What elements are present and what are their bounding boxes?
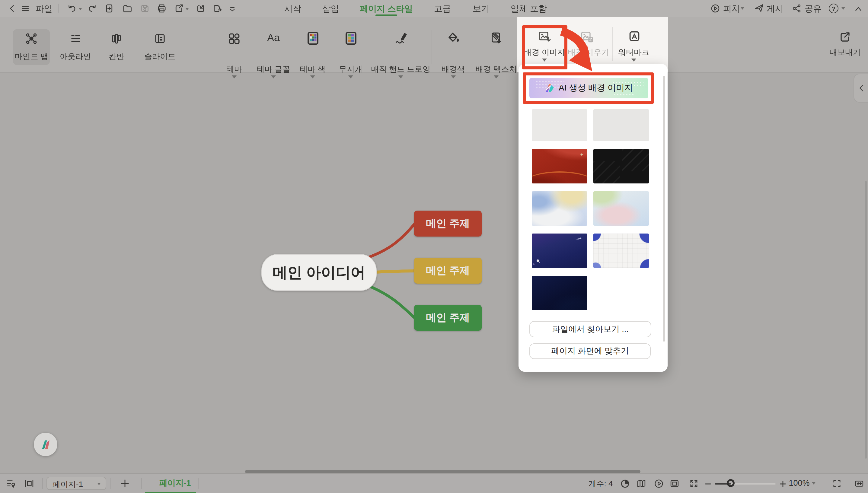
magic-hand-drawing-label[interactable]: 매직 핸드 드로잉 — [371, 64, 430, 75]
theme-color-label[interactable]: 테마 색 — [300, 64, 325, 75]
main-topic-node-1[interactable]: 메인 주제 — [414, 211, 482, 237]
magic-hand-drawing-dropdown-icon[interactable] — [398, 76, 403, 79]
export-label[interactable]: 내보내기 — [829, 47, 861, 58]
side-panel-collapse-tab[interactable] — [853, 73, 868, 103]
open-folder-icon[interactable] — [123, 4, 132, 13]
zoom-dropdown-icon[interactable] — [812, 482, 816, 484]
pitch-dropdown-icon[interactable] — [741, 7, 744, 10]
fit-width-icon[interactable] — [854, 478, 864, 489]
status-bar: 페이지-1 페이지-1 개수: 4 100% — [0, 473, 868, 493]
zoom-out-icon[interactable] — [704, 480, 712, 488]
magic-hand-drawing-icon — [394, 31, 407, 45]
publish-icon[interactable] — [754, 3, 764, 13]
zoom-level[interactable]: 100% — [789, 478, 809, 488]
fit-to-page-button[interactable]: 페이지 화면에 맞추기 — [529, 343, 651, 359]
rainbow-dropdown-icon[interactable] — [348, 76, 353, 79]
app-logo[interactable] — [34, 433, 57, 456]
fit-selection-icon[interactable] — [670, 478, 680, 489]
page-selector-dropdown[interactable]: 페이지-1 — [46, 477, 106, 490]
page-frame-icon[interactable] — [24, 478, 35, 489]
tab-start[interactable]: 시작 — [284, 4, 301, 15]
bg-thumbnail-black-diagonal[interactable] — [593, 149, 649, 184]
zoom-slider-handle[interactable] — [727, 479, 735, 487]
undo-dropdown-icon[interactable] — [79, 8, 82, 10]
save-icon[interactable] — [140, 4, 150, 13]
watermark-label[interactable]: 워터마크 — [618, 47, 650, 58]
background-clear-label: 배경 지우기 — [568, 47, 609, 58]
bg-thumbnail-paper-white[interactable] — [532, 109, 587, 141]
tab-insert[interactable]: 삽입 — [322, 4, 339, 15]
panel-scrollbar[interactable] — [662, 76, 665, 342]
tab-advanced[interactable]: 고급 — [434, 4, 451, 15]
map-navigator-icon[interactable] — [636, 478, 647, 489]
help-icon[interactable]: ? — [829, 4, 839, 13]
undo-icon[interactable] — [67, 4, 77, 13]
pie-stats-icon[interactable] — [620, 478, 630, 489]
zoom-in-icon[interactable] — [779, 480, 787, 488]
page-tab-underline — [145, 492, 196, 493]
vertical-scrollbar[interactable] — [865, 181, 867, 458]
print-icon[interactable] — [157, 4, 167, 13]
tab-page-style[interactable]: 페이지 스타일 — [360, 4, 413, 15]
share-file-icon[interactable] — [174, 4, 184, 13]
background-texture-label[interactable]: 배경 텍스처 — [475, 64, 517, 75]
outline-overview-icon[interactable] — [6, 478, 16, 489]
bg-thumbnail-red-silk[interactable]: ✦ — [532, 149, 587, 184]
redo-icon[interactable] — [87, 4, 97, 13]
help-dropdown-icon[interactable] — [842, 7, 845, 10]
theme-label[interactable]: 테마 — [226, 64, 242, 75]
page-selector-label: 페이지-1 — [52, 479, 83, 490]
publish-label[interactable]: 게시 — [767, 4, 783, 15]
central-topic-node[interactable]: 메인 아이디어 — [261, 254, 377, 291]
import-icon[interactable] — [195, 4, 205, 13]
fullscreen-icon[interactable] — [832, 478, 842, 489]
theme-dropdown-icon[interactable] — [232, 76, 237, 79]
theme-font-label[interactable]: 테마 글꼴 — [256, 64, 290, 75]
pitch-label[interactable]: 피치 — [723, 4, 740, 15]
add-page-icon[interactable] — [120, 478, 130, 488]
horizontal-scrollbar[interactable] — [245, 470, 640, 473]
background-color-dropdown-icon[interactable] — [451, 76, 456, 79]
presentation-play-icon[interactable] — [654, 478, 664, 489]
theme-font-dropdown-icon[interactable] — [271, 76, 276, 79]
share-label[interactable]: 공유 — [805, 4, 822, 15]
pitch-play-icon[interactable] — [711, 4, 720, 13]
main-topic-node-2[interactable]: 메인 주제 — [414, 258, 482, 284]
file-menu[interactable]: 파일 — [36, 4, 52, 15]
page-tab-active[interactable]: 페이지-1 — [159, 478, 191, 489]
back-icon[interactable] — [8, 4, 16, 13]
zoom-slider-track-right[interactable] — [731, 483, 776, 484]
watermark-dropdown-icon[interactable] — [631, 59, 636, 62]
ribbon-toolbar: 마인드 맵 아웃라인 칸반 슬라이드 테마 Aa 테마 글꼴 테마 색 무지개 … — [0, 17, 868, 73]
tab-view[interactable]: 보기 — [473, 4, 489, 15]
save-as-icon[interactable] — [212, 4, 222, 13]
view-mode-kanban[interactable]: 칸반 — [109, 51, 124, 62]
tab-all-in-one[interactable]: 일체 포함 — [511, 4, 547, 15]
hamburger-menu-icon[interactable] — [21, 4, 29, 13]
background-texture-dropdown-icon[interactable] — [494, 76, 499, 79]
theme-color-icon — [306, 31, 319, 45]
bg-thumbnail-sky-clouds[interactable] — [532, 191, 587, 226]
annotation-box-bg-image-button — [522, 25, 567, 69]
bg-thumbnail-education-grid[interactable] — [593, 234, 649, 268]
view-mode-mindmap[interactable]: 마인드 맵 — [15, 51, 48, 62]
bg-thumbnail-navy-tech[interactable] — [532, 276, 587, 310]
main-topic-label-1: 메인 주제 — [426, 217, 470, 231]
new-document-icon[interactable] — [104, 4, 114, 13]
theme-color-dropdown-icon[interactable] — [310, 76, 315, 79]
bg-thumbnail-pastel-gradient[interactable] — [593, 191, 649, 226]
collapse-ribbon-icon[interactable] — [854, 5, 863, 12]
toolbar-more-icon[interactable] — [229, 5, 236, 13]
browse-files-button[interactable]: 파일에서 찾아보기 ... — [529, 321, 651, 337]
divider — [110, 478, 111, 489]
main-topic-node-3[interactable]: 메인 주제 — [414, 305, 482, 331]
view-mode-slides[interactable]: 슬라이드 — [144, 51, 176, 62]
share-dropdown-icon[interactable] — [185, 8, 189, 10]
background-color-label[interactable]: 배경색 — [442, 64, 465, 75]
bg-thumbnail-paper-gray[interactable] — [593, 109, 649, 141]
bg-thumbnail-space-astronaut[interactable] — [532, 234, 587, 268]
rainbow-label[interactable]: 무지개 — [339, 64, 362, 75]
share-nodes-icon[interactable] — [792, 4, 802, 13]
expand-canvas-icon[interactable] — [689, 478, 699, 489]
view-mode-outline[interactable]: 아웃라인 — [60, 51, 91, 62]
